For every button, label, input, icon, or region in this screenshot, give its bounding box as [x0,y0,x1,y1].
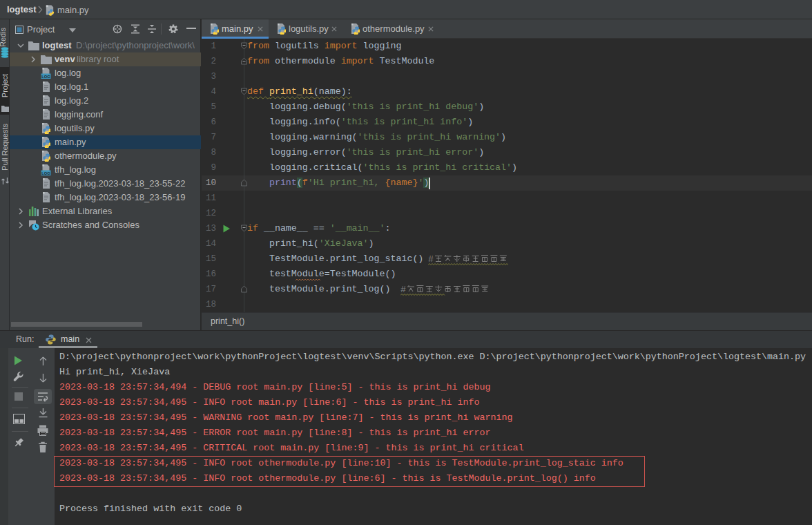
svg-text:#: # [428,254,434,265]
svg-text:#: # [400,285,406,295]
